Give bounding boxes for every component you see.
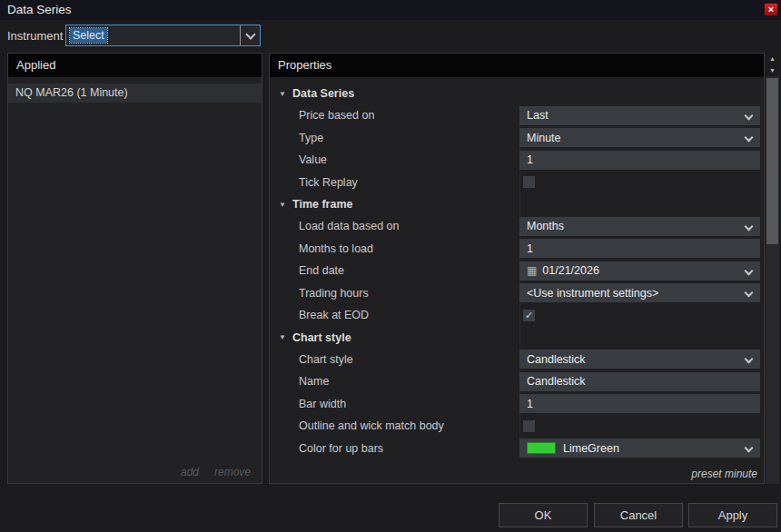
group-label: Data Series bbox=[292, 87, 354, 100]
property-label: Price based on bbox=[270, 109, 519, 122]
scrollbar-thumb[interactable] bbox=[766, 78, 778, 244]
bar-width-input[interactable]: 1 bbox=[519, 394, 760, 413]
property-row-load-data-based-on: Load data based onMonths bbox=[270, 215, 764, 238]
field-value-text: Minute bbox=[527, 132, 561, 144]
field-value-text: 1 bbox=[527, 242, 533, 255]
properties-grid: ▼Data SeriesPrice based onLastTypeMinute… bbox=[270, 77, 764, 463]
value-input[interactable]: 1 bbox=[519, 151, 760, 170]
field-value-text: Last bbox=[527, 109, 549, 122]
chevron-down-icon bbox=[245, 29, 255, 39]
field-value-text: 01/21/2026 bbox=[542, 264, 599, 277]
instrument-label: Instrument bbox=[7, 29, 63, 43]
property-label: Break at EOD bbox=[270, 309, 519, 321]
property-label: Name bbox=[270, 375, 519, 388]
scroll-down-icon[interactable]: ▼ bbox=[766, 64, 779, 76]
checkmark-icon: ✓ bbox=[525, 310, 533, 320]
group-label: Chart style bbox=[292, 331, 351, 344]
type-dropdown[interactable]: Minute bbox=[519, 128, 760, 147]
instrument-select-arrow[interactable] bbox=[240, 25, 260, 45]
property-row-chart-style: Chart styleCandlestick bbox=[270, 349, 764, 371]
preset-label: preset minute bbox=[691, 468, 757, 480]
scroll-up-icon[interactable]: ▲ bbox=[766, 53, 779, 64]
property-label: Trading hours bbox=[270, 287, 519, 300]
title-bar[interactable]: Data Series × bbox=[0, 0, 781, 20]
property-row-type: TypeMinute bbox=[270, 127, 764, 150]
name-input[interactable]: Candlestick bbox=[519, 372, 760, 391]
applied-panel-header: Applied bbox=[8, 54, 262, 77]
tick-replay-checkbox[interactable] bbox=[523, 176, 535, 188]
property-label: Value bbox=[270, 153, 519, 166]
add-button[interactable]: add bbox=[181, 466, 199, 478]
price-based-on-dropdown[interactable]: Last bbox=[519, 106, 760, 125]
property-row-break-at-eod: Break at EOD✓ bbox=[270, 304, 764, 327]
instrument-select-value: Select bbox=[70, 28, 107, 43]
field-value-text: Candlestick bbox=[527, 375, 586, 388]
property-row-price-based-on: Price based onLast bbox=[270, 104, 764, 127]
chevron-down-icon bbox=[745, 133, 754, 143]
group-label: Time frame bbox=[292, 198, 352, 211]
property-value-cell: LimeGreen bbox=[519, 438, 764, 458]
outline-and-wick-match-body-checkbox[interactable] bbox=[523, 420, 535, 432]
applied-list: NQ MAR26 (1 Minute) bbox=[8, 84, 262, 103]
color-for-up-bars-dropdown[interactable]: LimeGreen bbox=[519, 438, 760, 458]
trading-hours-dropdown[interactable]: <Use instrument settings> bbox=[519, 283, 760, 302]
applied-panel-actions: add remove bbox=[181, 466, 251, 478]
remove-button[interactable]: remove bbox=[214, 466, 251, 478]
cancel-button[interactable]: Cancel bbox=[594, 503, 683, 527]
properties-scrollbar[interactable]: ▲ ▼ bbox=[766, 53, 779, 484]
collapse-triangle-icon[interactable]: ▼ bbox=[279, 333, 292, 341]
property-value-cell bbox=[519, 172, 764, 192]
properties-panel-header: Properties bbox=[270, 54, 764, 77]
property-label: Months to load bbox=[270, 242, 519, 255]
property-row-value: Value1 bbox=[270, 149, 764, 172]
collapse-triangle-icon[interactable]: ▼ bbox=[279, 201, 292, 209]
property-value-cell: 1 bbox=[519, 239, 764, 258]
group-row-time-frame[interactable]: ▼Time frame bbox=[270, 193, 764, 215]
property-value-cell bbox=[519, 417, 764, 436]
property-value-cell: ▦01/21/2026 bbox=[519, 261, 764, 281]
window-title: Data Series bbox=[7, 0, 72, 20]
applied-item-nq-mar26-1-minute[interactable]: NQ MAR26 (1 Minute) bbox=[8, 84, 262, 103]
property-value-cell: <Use instrument settings> bbox=[519, 283, 764, 302]
ok-button[interactable]: OK bbox=[499, 503, 588, 527]
property-value-cell: Last bbox=[519, 106, 764, 125]
collapse-triangle-icon[interactable]: ▼ bbox=[279, 90, 292, 98]
property-label: Load data based on bbox=[270, 220, 519, 232]
property-value-cell: 1 bbox=[519, 394, 764, 413]
chevron-down-icon bbox=[745, 289, 754, 298]
end-date-dropdown[interactable]: ▦01/21/2026 bbox=[519, 261, 760, 281]
property-value-cell: Candlestick bbox=[519, 372, 764, 391]
calendar-icon: ▦ bbox=[527, 265, 537, 276]
property-value-cell: ✓ bbox=[519, 306, 764, 325]
property-row-months-to-load: Months to load1 bbox=[270, 238, 764, 261]
property-value-cell: 1 bbox=[519, 151, 764, 170]
field-value-text: Candlestick bbox=[527, 353, 586, 366]
load-data-based-on-dropdown[interactable]: Months bbox=[519, 217, 760, 236]
chart-style-dropdown[interactable]: Candlestick bbox=[519, 350, 760, 369]
chevron-down-icon bbox=[745, 111, 754, 120]
apply-button[interactable]: Apply bbox=[688, 503, 777, 527]
scrollbar-track[interactable] bbox=[766, 76, 779, 484]
instrument-select[interactable]: Select bbox=[65, 25, 261, 46]
property-label: Bar width bbox=[270, 398, 519, 410]
group-row-data-series[interactable]: ▼Data Series bbox=[270, 83, 764, 104]
data-series-dialog: Data Series × Instrument Select Applied … bbox=[0, 0, 781, 532]
break-at-eod-checkbox[interactable]: ✓ bbox=[523, 310, 535, 321]
field-value-text: Months bbox=[527, 220, 564, 232]
property-value-cell: Candlestick bbox=[519, 350, 764, 369]
property-label: End date bbox=[270, 264, 519, 277]
field-value-text: 1 bbox=[527, 153, 533, 166]
months-to-load-input[interactable]: 1 bbox=[519, 239, 760, 258]
chevron-down-icon bbox=[745, 355, 754, 364]
property-label: Tick Replay bbox=[270, 176, 519, 189]
property-row-outline-and-wick-match-body: Outline and wick match body bbox=[270, 415, 764, 438]
close-icon[interactable]: × bbox=[764, 3, 778, 16]
property-value-cell: Minute bbox=[519, 128, 764, 147]
property-row-end-date: End date▦01/21/2026 bbox=[270, 260, 764, 282]
chevron-down-icon bbox=[745, 266, 754, 275]
property-value-cell: Months bbox=[519, 217, 764, 236]
field-value-text: LimeGreen bbox=[563, 442, 619, 455]
field-value-text: 1 bbox=[527, 398, 533, 410]
group-row-chart-style[interactable]: ▼Chart style bbox=[270, 327, 764, 349]
color-swatch bbox=[527, 442, 556, 454]
